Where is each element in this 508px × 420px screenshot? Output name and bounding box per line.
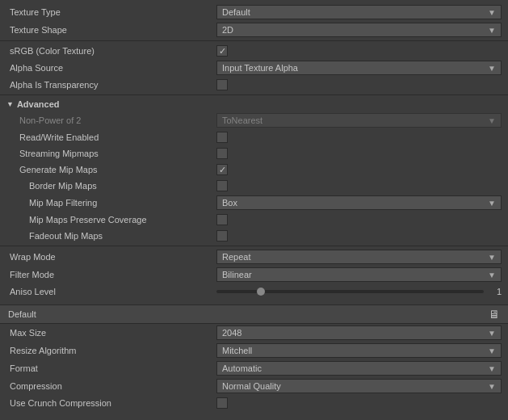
dropdown-alpha-source[interactable]: Input Texture Alpha▼ — [216, 61, 502, 75]
dropdown-wrap-mode[interactable]: Repeat▼ — [216, 250, 502, 264]
row-label: Texture Shape — [6, 25, 216, 35]
section-arrow: ▼ — [6, 100, 14, 108]
table-row: Mip Maps Preserve Coverage — [0, 212, 508, 228]
dropdown-non-power-of-2[interactable]: ToNearest▼ — [216, 113, 502, 128]
row-control: 2048▼ — [216, 326, 502, 340]
slider-thumb[interactable] — [257, 288, 265, 296]
dropdown-value: Repeat — [222, 252, 250, 262]
table-row: CompressionNormal Quality▼ — [0, 377, 508, 395]
dropdown-arrow-icon: ▼ — [488, 116, 496, 125]
row-label: Non-Power of 2 — [6, 116, 216, 125]
table-row: Use Crunch Compression — [0, 395, 508, 411]
table-row: Texture TypeDefault▼ — [0, 3, 508, 21]
dropdown-value: Normal Quality — [222, 381, 281, 391]
row-control: Normal Quality▼ — [216, 379, 502, 393]
row-label: Fadeout Mip Maps — [6, 231, 216, 241]
row-control: Automatic▼ — [216, 361, 502, 376]
row-control — [216, 132, 502, 143]
row-control — [216, 397, 502, 409]
table-row: Alpha Is Transparency — [0, 77, 508, 93]
row-label: Aniso Level — [6, 287, 216, 296]
dropdown-arrow-icon: ▼ — [488, 26, 496, 35]
row-control — [216, 180, 502, 191]
dropdown-mip-map-filtering[interactable]: Box▼ — [216, 195, 502, 210]
dropdown-max-size[interactable]: 2048▼ — [216, 326, 502, 340]
row-label: Generate Mip Maps — [6, 165, 216, 174]
slider-row: 1 — [216, 287, 502, 296]
row-label: Compression — [6, 381, 216, 391]
row-control: 1 — [216, 287, 502, 296]
row-label: Streaming Mipmaps — [6, 149, 216, 158]
row-control — [216, 164, 502, 175]
row-label: sRGB (Color Texture) — [6, 46, 216, 56]
dropdown-arrow-icon: ▼ — [488, 364, 496, 373]
checkbox-alpha-is-transparency[interactable] — [216, 79, 228, 90]
row-control — [216, 148, 502, 159]
checkbox-read/write-enabled[interactable] — [216, 132, 228, 143]
row-label: Border Mip Maps — [6, 181, 216, 191]
row-label: Read/Write Enabled — [6, 132, 216, 142]
divider — [0, 40, 508, 41]
row-label: Alpha Is Transparency — [6, 80, 216, 90]
section-advanced[interactable]: ▼Advanced — [0, 97, 508, 111]
dropdown-arrow-icon: ▼ — [488, 346, 496, 355]
divider — [0, 94, 508, 95]
row-control — [216, 214, 502, 225]
checkbox-use-crunch-compression[interactable] — [216, 397, 228, 409]
slider-value: 1 — [489, 287, 502, 296]
dropdown-arrow-icon: ▼ — [488, 329, 496, 338]
dropdown-value: 2D — [222, 25, 233, 35]
row-label: Max Size — [6, 328, 216, 338]
dropdown-arrow-icon: ▼ — [488, 64, 496, 73]
table-row: sRGB (Color Texture) — [0, 43, 508, 59]
checkbox-fadeout-mip-maps[interactable] — [216, 230, 228, 242]
table-row: Read/Write Enabled — [0, 129, 508, 145]
dropdown-value: Automatic — [222, 363, 262, 373]
row-control — [216, 45, 502, 57]
dropdown-value: Bilinear — [222, 270, 252, 279]
dropdown-value: Box — [222, 198, 237, 208]
dropdown-arrow-icon: ▼ — [488, 8, 496, 17]
row-label: Mip Maps Preserve Coverage — [6, 215, 216, 225]
table-row: FormatAutomatic▼ — [0, 359, 508, 377]
dropdown-compression[interactable]: Normal Quality▼ — [216, 379, 502, 393]
platform-label: Default — [8, 309, 36, 319]
row-label: Filter Mode — [6, 270, 216, 279]
row-label: Mip Map Filtering — [6, 198, 216, 208]
dropdown-arrow-icon: ▼ — [488, 382, 496, 391]
dropdown-value: Input Texture Alpha — [222, 63, 298, 73]
platform-bar: Default🖥 — [0, 304, 508, 324]
checkbox-streaming-mipmaps[interactable] — [216, 148, 228, 159]
table-row: Alpha SourceInput Texture Alpha▼ — [0, 59, 508, 77]
row-control: Input Texture Alpha▼ — [216, 61, 502, 75]
table-row: Max Size2048▼ — [0, 324, 508, 342]
dropdown-value: Mitchell — [222, 346, 252, 355]
row-label: Texture Type — [6, 7, 216, 17]
checkbox-border-mip-maps[interactable] — [216, 180, 228, 191]
checkbox-generate-mip-maps[interactable] — [216, 164, 228, 175]
table-row: Fadeout Mip Maps — [0, 228, 508, 244]
slider-track[interactable] — [216, 290, 484, 293]
row-control: Bilinear▼ — [216, 267, 502, 282]
row-control: 2D▼ — [216, 23, 502, 37]
row-label: Format — [6, 363, 216, 373]
table-row: Filter ModeBilinear▼ — [0, 266, 508, 284]
checkbox-mip-maps-preserve-coverage[interactable] — [216, 214, 228, 225]
dropdown-format[interactable]: Automatic▼ — [216, 361, 502, 376]
divider — [0, 246, 508, 246]
table-row: Non-Power of 2ToNearest▼ — [0, 111, 508, 129]
checkbox-srgb-(color-texture)[interactable] — [216, 45, 228, 57]
dropdown-resize-algorithm[interactable]: Mitchell▼ — [216, 343, 502, 358]
table-row: Mip Map FilteringBox▼ — [0, 194, 508, 212]
row-control — [216, 230, 502, 242]
dropdown-arrow-icon: ▼ — [488, 253, 496, 262]
dropdown-filter-mode[interactable]: Bilinear▼ — [216, 267, 502, 282]
dropdown-texture-shape[interactable]: 2D▼ — [216, 23, 502, 37]
row-control: Repeat▼ — [216, 250, 502, 264]
section-label: Advanced — [17, 99, 60, 109]
table-row: Texture Shape2D▼ — [0, 21, 508, 39]
table-row: Streaming Mipmaps — [0, 145, 508, 162]
table-row: Generate Mip Maps — [0, 162, 508, 178]
dropdown-texture-type[interactable]: Default▼ — [216, 5, 502, 19]
row-label: Wrap Mode — [6, 252, 216, 262]
